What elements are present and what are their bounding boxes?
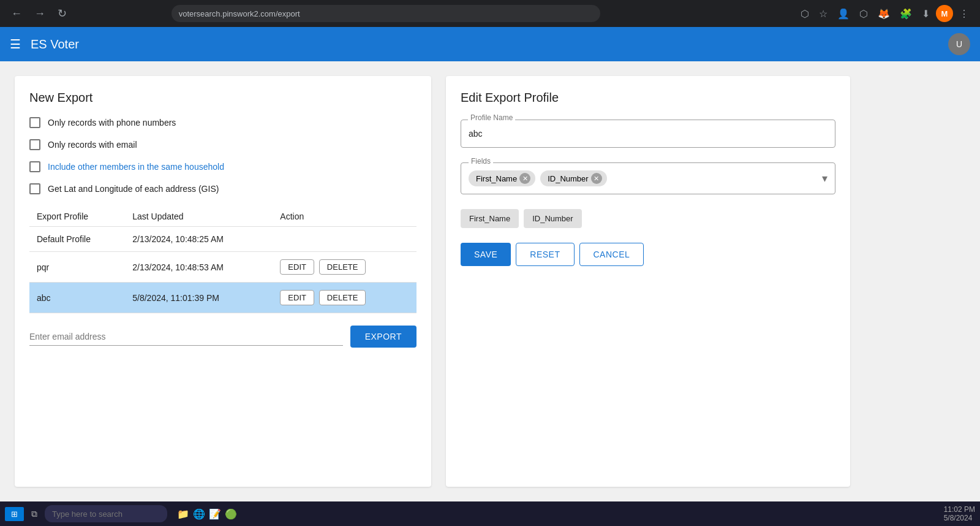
email-export-row: EXPORT (29, 326, 417, 348)
url-text: votersearch.pinswork2.com/export (179, 9, 300, 18)
taskbar-file-explorer-icon[interactable]: 📁 (177, 508, 189, 520)
row-profile-name: abc (29, 283, 125, 313)
fields-field: Fields First_Name ✕ ID_Number ✕ ▾ (461, 162, 835, 194)
profile-actions: SAVE RESET CANCEL (461, 243, 835, 266)
checkbox-phone-input[interactable] (29, 117, 40, 128)
main-content: New Export Only records with phone numbe… (0, 61, 980, 501)
row-action: EDIT DELETE (273, 252, 417, 283)
id-number-chip-label: ID_Number (548, 174, 588, 183)
col-profile: Export Profile (29, 207, 125, 227)
edit-profile-title: Edit Export Profile (461, 91, 835, 105)
row-updated: 5/8/2024, 11:01:39 PM (125, 283, 273, 313)
taskbar-system-icons: 11:02 PM 5/8/2024 (944, 505, 975, 522)
row-profile-name: Default Profile (29, 227, 125, 252)
id-number-chip: ID_Number ✕ (540, 170, 606, 186)
checkbox-email-input[interactable] (29, 139, 40, 150)
taskbar-time: 11:02 PM 5/8/2024 (944, 505, 975, 522)
bookmark-icon[interactable]: ☆ (815, 6, 831, 22)
row-action: EDIT DELETE (273, 283, 417, 313)
task-view-button[interactable]: ⧉ (29, 506, 40, 522)
app-header: ☰ ES Voter U (0, 27, 980, 61)
taskbar-vscode-icon[interactable]: 📝 (209, 508, 221, 520)
remove-first-name-button[interactable]: ✕ (519, 173, 530, 184)
available-fields: First_Name ID_Number (461, 209, 835, 228)
delete-abc-button[interactable]: DELETE (319, 290, 366, 305)
reset-button[interactable]: RESET (516, 243, 574, 266)
table-row: pqr 2/13/2024, 10:48:53 AM EDIT DELETE (29, 252, 417, 283)
taskbar-search[interactable] (45, 505, 167, 522)
puzzle-icon[interactable]: 🧩 (896, 6, 916, 22)
download-icon[interactable]: ⬇ (918, 6, 933, 22)
delete-pqr-button[interactable]: DELETE (319, 259, 366, 275)
taskbar: ⊞ ⧉ 📁 🌐 📝 🟢 11:02 PM 5/8/2024 (0, 501, 980, 526)
refresh-button[interactable]: ↻ (54, 4, 70, 23)
profile-icon[interactable]: 👤 (834, 6, 853, 22)
first-name-chip-label: First_Name (476, 174, 517, 183)
first-name-chip: First_Name ✕ (469, 170, 535, 186)
screenshot-icon[interactable]: ⬡ (797, 6, 813, 22)
cancel-button[interactable]: CANCEL (579, 243, 644, 266)
checkbox-gis-input[interactable] (29, 183, 40, 194)
windows-icon: ⊞ (11, 509, 18, 519)
taskbar-app-icon[interactable]: 🟢 (225, 508, 237, 520)
start-button[interactable]: ⊞ (5, 507, 24, 521)
remove-id-number-button[interactable]: ✕ (591, 173, 602, 184)
new-export-panel: New Export Only records with phone numbe… (15, 76, 431, 487)
extension-icon[interactable]: ⬡ (856, 6, 872, 22)
row-action (273, 227, 417, 252)
checkbox-household: Include other members in the same househ… (29, 161, 417, 172)
edit-export-profile-panel: Edit Export Profile Profile Name Fields … (446, 76, 850, 487)
save-button[interactable]: SAVE (461, 243, 511, 266)
header-avatar[interactable]: U (948, 33, 970, 55)
browser-icons: ⬡ ☆ 👤 ⬡ 🦊 🧩 ⬇ M ⋮ (797, 5, 973, 22)
back-button[interactable]: ← (7, 5, 26, 23)
row-updated: 2/13/2024, 10:48:53 AM (125, 252, 273, 283)
table-row-selected: abc 5/8/2024, 11:01:39 PM EDIT DELETE (29, 283, 417, 313)
edit-pqr-button[interactable]: EDIT (280, 259, 314, 275)
checkbox-phone-label: Only records with phone numbers (48, 118, 176, 128)
profile-name-input[interactable] (461, 120, 835, 148)
fields-dropdown-arrow[interactable]: ▾ (822, 172, 827, 185)
email-input[interactable] (29, 328, 343, 346)
col-action: Action (273, 207, 417, 227)
id-number-tag[interactable]: ID_Number (524, 209, 581, 228)
fields-container[interactable]: Fields First_Name ✕ ID_Number ✕ ▾ (461, 162, 835, 194)
app-title: ES Voter (31, 37, 79, 51)
taskbar-chrome-icon[interactable]: 🌐 (193, 508, 205, 520)
new-export-title: New Export (29, 91, 417, 105)
edit-abc-button[interactable]: EDIT (280, 290, 314, 305)
row-updated: 2/13/2024, 10:48:25 AM (125, 227, 273, 252)
hamburger-menu-icon[interactable]: ☰ (10, 37, 21, 51)
table-row: Default Profile 2/13/2024, 10:48:25 AM (29, 227, 417, 252)
export-profiles-table: Export Profile Last Updated Action Defau… (29, 207, 417, 313)
checkbox-email: Only records with email (29, 139, 417, 150)
checkbox-email-label: Only records with email (48, 140, 137, 150)
forward-button[interactable]: → (31, 5, 49, 23)
col-updated: Last Updated (125, 207, 273, 227)
fields-label: Fields (469, 157, 493, 166)
checkbox-gis: Get Lat and Longitude of each address (G… (29, 183, 417, 194)
checkbox-phone: Only records with phone numbers (29, 117, 417, 128)
checkbox-household-label: Include other members in the same househ… (48, 162, 224, 172)
checkbox-gis-label: Get Lat and Longitude of each address (G… (48, 184, 219, 194)
address-bar: votersearch.pinswork2.com/export (172, 5, 600, 22)
profile-name-label: Profile Name (468, 113, 515, 122)
first-name-tag[interactable]: First_Name (461, 209, 519, 228)
checkbox-household-input[interactable] (29, 161, 40, 172)
export-button[interactable]: EXPORT (350, 326, 417, 348)
browser-chrome: ← → ↻ votersearch.pinswork2.com/export ⬡… (0, 0, 980, 27)
user-avatar-button[interactable]: M (936, 5, 953, 22)
menu-icon[interactable]: ⋮ (956, 6, 973, 22)
fox-icon[interactable]: 🦊 (874, 6, 894, 22)
row-profile-name: pqr (29, 252, 125, 283)
profile-name-field: Profile Name (461, 120, 835, 148)
